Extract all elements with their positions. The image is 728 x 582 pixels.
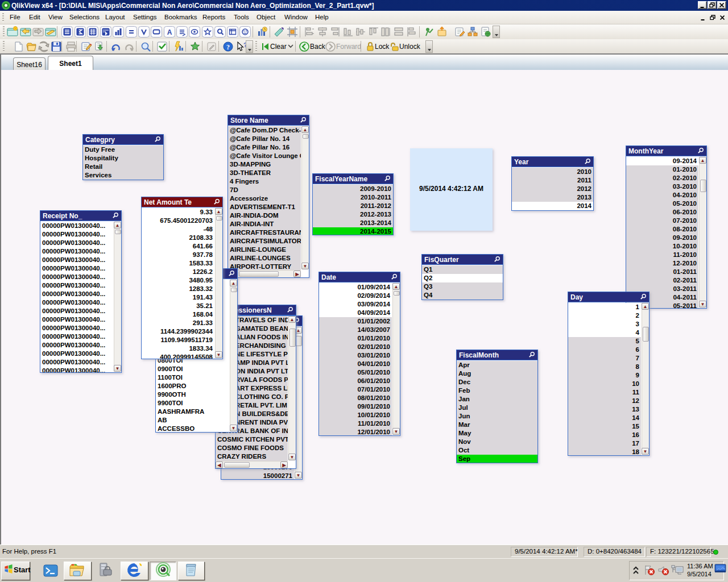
svg-text:A: A — [167, 28, 172, 36]
svg-text:?: ? — [226, 43, 230, 51]
